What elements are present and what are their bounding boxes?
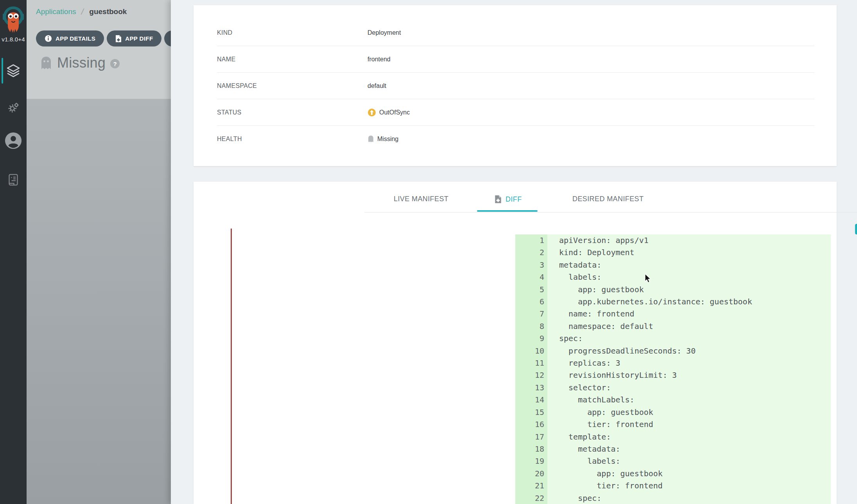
app-toolbar: APP DETAILS APP DIFF (36, 30, 192, 46)
code-text: metadata: (547, 443, 831, 455)
code-text: spec: (547, 332, 831, 345)
summary-label: HEALTH (217, 136, 368, 143)
diff-options: ✓ Compact diff Inline Diff (855, 219, 857, 239)
code-text: spec: (547, 492, 831, 504)
summary-rows: KINDDeploymentNAMEfrontendNAMESPACEdefau… (194, 20, 837, 152)
breadcrumb-applications-link[interactable]: Applications (36, 7, 76, 16)
line-number: 22 (515, 492, 547, 504)
compact-diff-option[interactable]: ✓ Compact diff (855, 219, 857, 239)
summary-value: frontend (368, 56, 391, 63)
code-text: name: frontend (547, 308, 831, 320)
line-number: 10 (515, 345, 547, 357)
code-text: app: guestbook (547, 406, 831, 418)
code-text: namespace: default (547, 320, 831, 332)
code-text: template: (547, 431, 831, 443)
breadcrumb: Applications / guestbook (36, 7, 127, 16)
tab-diff-label: DIFF (506, 195, 522, 204)
diff-line: 11 replicas: 3 (515, 357, 831, 369)
summary-row-status: STATUSOutOfSync (217, 99, 814, 126)
resource-status-heading: Missing ? (40, 55, 120, 71)
app-details-button[interactable]: APP DETAILS (36, 30, 104, 46)
code-text: apiVersion: apps/v1 (547, 234, 831, 247)
tabs-divider (364, 212, 857, 213)
code-text: revisionHistoryLimit: 3 (547, 369, 831, 381)
status-heading-label: Missing (57, 55, 106, 71)
diff-line: 10 progressDeadlineSeconds: 30 (515, 345, 831, 357)
diff-line: 14 matchLabels: (515, 394, 831, 406)
diff-line: 17 template: (515, 431, 831, 443)
code-text: labels: (547, 455, 831, 467)
user-icon (4, 132, 22, 150)
tab-live-manifest[interactable]: LIVE MANIFEST (394, 195, 448, 203)
line-number: 11 (515, 357, 547, 369)
dimmed-content-area (27, 99, 171, 504)
line-number: 15 (515, 406, 547, 418)
diff-line: 19 labels: (515, 455, 831, 467)
line-number: 2 (515, 247, 547, 259)
sidebar-item-settings[interactable] (0, 94, 27, 122)
background-page: Applications / guestbook APP DETAILS APP… (27, 0, 171, 504)
active-tab-underline (477, 210, 538, 212)
app-diff-button[interactable]: APP DIFF (107, 30, 161, 46)
line-number: 20 (515, 468, 547, 480)
diff-line: 18 metadata: (515, 443, 831, 455)
code-text: tier: frontend (547, 418, 831, 431)
gear-icon (6, 100, 21, 115)
summary-row-health: HEALTHMissing (217, 126, 814, 152)
tab-live-manifest-label: LIVE MANIFEST (394, 195, 448, 203)
version-label: v1.8.0+4 (0, 36, 27, 43)
diff-line: 15 app: guestbook (515, 406, 831, 418)
mouse-cursor (644, 273, 653, 284)
diff-line: 1apiVersion: apps/v1 (515, 234, 831, 247)
argocd-resource-view: v1.8.0+4 (0, 0, 857, 504)
code-text: selector: (547, 382, 831, 394)
sidebar-item-applications[interactable] (0, 57, 27, 85)
help-circle-icon[interactable]: ? (110, 59, 120, 68)
out-of-sync-icon (368, 108, 376, 117)
line-number: 13 (515, 382, 547, 394)
argo-logo-icon[interactable] (2, 3, 24, 36)
line-number: 21 (515, 480, 547, 492)
code-text: app: guestbook (547, 284, 831, 296)
line-number: 5 (515, 284, 547, 296)
diff-line: 2kind: Deployment (515, 247, 831, 259)
diff-line: 20 app: guestbook (515, 468, 831, 480)
diff-added-pane[interactable]: 1apiVersion: apps/v12kind: Deployment3me… (515, 234, 831, 504)
diff-line: 7 name: frontend (515, 308, 831, 320)
sidebar-item-user[interactable] (0, 127, 27, 155)
diff-line: 8 namespace: default (515, 320, 831, 332)
ghost-icon (368, 135, 374, 143)
doc-icon (6, 172, 20, 187)
line-number: 1 (515, 234, 547, 247)
layers-icon (5, 63, 21, 79)
tab-desired-manifest[interactable]: DESIRED MANIFEST (572, 195, 644, 203)
summary-label: NAMESPACE (217, 82, 368, 89)
code-text: app.kubernetes.io/instance: guestbook (547, 296, 831, 308)
line-number: 3 (515, 259, 547, 271)
diff-line: 4 labels: (515, 271, 831, 283)
ghost-icon (40, 56, 52, 70)
diff-line: 22 spec: (515, 492, 831, 504)
code-text: labels: (547, 271, 831, 283)
tab-diff[interactable]: DIFF (495, 195, 522, 204)
summary-label: KIND (217, 29, 368, 36)
sidebar-item-documentation[interactable] (0, 166, 27, 194)
info-circle-icon (45, 35, 52, 42)
diff-line: 9spec: (515, 332, 831, 345)
line-number: 16 (515, 418, 547, 431)
line-number: 8 (515, 320, 547, 332)
app-details-label: APP DETAILS (56, 35, 95, 42)
summary-row-name: NAMEfrontend (217, 46, 814, 73)
line-number: 18 (515, 443, 547, 455)
diff-removed-side-marker (231, 229, 232, 504)
code-text: replicas: 3 (547, 357, 831, 369)
diff-line: 5 app: guestbook (515, 284, 831, 296)
breadcrumb-separator: / (81, 7, 85, 16)
line-number: 17 (515, 431, 547, 443)
compact-diff-checkbox[interactable]: ✓ (855, 224, 857, 234)
summary-value: Missing (368, 135, 398, 143)
file-plus-icon (495, 195, 502, 204)
diff-line: 3metadata: (515, 259, 831, 271)
summary-value: Deployment (368, 29, 401, 36)
summary-label: NAME (217, 56, 368, 63)
